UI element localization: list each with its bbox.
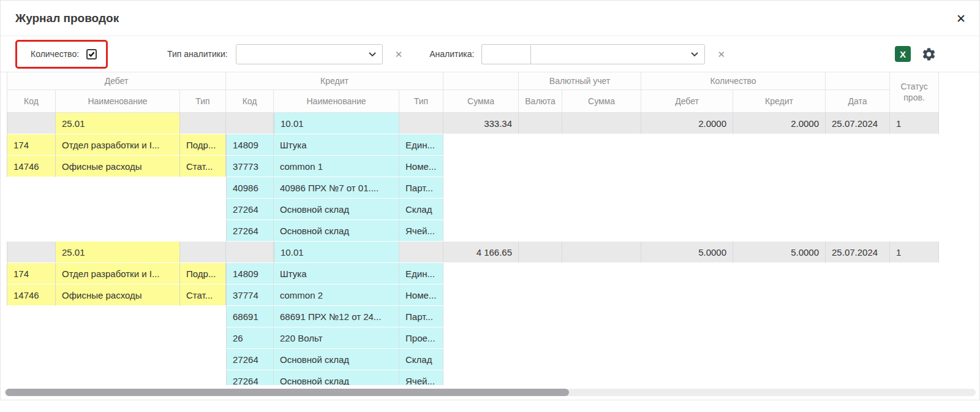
cell-c_type[interactable]: Номе...: [399, 284, 443, 306]
analytics-type-clear-icon[interactable]: ✕: [395, 50, 403, 59]
cell-q_credit[interactable]: [733, 327, 826, 349]
cell-d_name[interactable]: [56, 306, 180, 327]
cell-q_credit[interactable]: [733, 220, 826, 242]
cell-c_code[interactable]: 40986: [226, 177, 274, 199]
cell-currency[interactable]: [519, 242, 562, 263]
cell-d_type[interactable]: [180, 327, 226, 349]
cell-status[interactable]: [890, 220, 939, 242]
cell-status[interactable]: [890, 134, 939, 156]
cell-c_type[interactable]: [399, 113, 443, 134]
cell-currency[interactable]: [519, 177, 562, 199]
cell-c_name[interactable]: 220 Вольт: [274, 327, 399, 349]
cell-q_debit[interactable]: 5.0000: [641, 242, 733, 263]
cell-cur_sum[interactable]: [562, 134, 641, 156]
cell-c_code[interactable]: 27264: [226, 220, 274, 242]
cell-q_debit[interactable]: [641, 327, 733, 349]
cell-date[interactable]: [826, 349, 890, 370]
cell-q_credit[interactable]: [733, 156, 826, 177]
cell-c_name[interactable]: 40986 ПРХ №7 от 01....: [274, 177, 399, 199]
cell-cur_sum[interactable]: [562, 349, 641, 370]
cell-d_type[interactable]: [180, 306, 226, 327]
cell-sum[interactable]: [443, 199, 519, 220]
cell-cur_sum[interactable]: [562, 220, 641, 242]
cell-d_code[interactable]: 14746: [7, 156, 56, 177]
cell-sum[interactable]: [443, 134, 519, 156]
cell-sum[interactable]: [443, 349, 519, 370]
cell-date[interactable]: 25.07.2024: [826, 242, 890, 263]
cell-status[interactable]: [890, 177, 939, 199]
cell-currency[interactable]: [519, 220, 562, 242]
cell-sum[interactable]: [443, 220, 519, 242]
cell-q_debit[interactable]: [641, 263, 733, 284]
cell-date[interactable]: [826, 220, 890, 242]
cell-c_type[interactable]: Ячей...: [399, 370, 443, 385]
cell-cur_sum[interactable]: [562, 284, 641, 306]
cell-c_code[interactable]: [226, 242, 274, 263]
analytics-clear-icon[interactable]: ✕: [717, 50, 725, 59]
cell-sum[interactable]: [443, 156, 519, 177]
cell-d_name[interactable]: 25.01: [56, 242, 180, 263]
cell-currency[interactable]: [519, 113, 562, 134]
cell-c_type[interactable]: Парт...: [399, 306, 443, 327]
cell-q_debit[interactable]: [641, 284, 733, 306]
cell-date[interactable]: [826, 156, 890, 177]
cell-d_type[interactable]: [180, 199, 226, 220]
cell-d_name[interactable]: Офисные расходы: [56, 156, 180, 177]
cell-d_type[interactable]: Стат...: [180, 156, 226, 177]
cell-d_code[interactable]: [7, 242, 56, 263]
quantity-checkbox[interactable]: [86, 49, 97, 59]
cell-d_name[interactable]: 25.01: [56, 113, 180, 134]
cell-status[interactable]: [890, 370, 939, 385]
cell-date[interactable]: 25.07.2024: [826, 113, 890, 134]
cell-date[interactable]: [826, 199, 890, 220]
cell-currency[interactable]: [519, 306, 562, 327]
cell-d_code[interactable]: [7, 220, 56, 242]
cell-c_type[interactable]: Склад: [399, 199, 443, 220]
cell-c_code[interactable]: 27264: [226, 349, 274, 370]
cell-status[interactable]: [890, 263, 939, 284]
cell-currency[interactable]: [519, 199, 562, 220]
cell-c_type[interactable]: Един...: [399, 134, 443, 156]
cell-currency[interactable]: [519, 327, 562, 349]
cell-status[interactable]: 1: [890, 242, 939, 263]
cell-sum[interactable]: [443, 263, 519, 284]
cell-d_name[interactable]: [56, 349, 180, 370]
cell-d_code[interactable]: [7, 113, 56, 134]
cell-q_credit[interactable]: [733, 134, 826, 156]
cell-d_code[interactable]: [7, 199, 56, 220]
cell-d_type[interactable]: [180, 242, 226, 263]
horizontal-scrollbar[interactable]: [4, 389, 976, 396]
cell-status[interactable]: [890, 349, 939, 370]
cell-cur_sum[interactable]: [562, 177, 641, 199]
cell-d_type[interactable]: Стат...: [180, 284, 226, 306]
cell-status[interactable]: [890, 199, 939, 220]
cell-q_debit[interactable]: [641, 306, 733, 327]
cell-date[interactable]: [826, 284, 890, 306]
cell-d_code[interactable]: [7, 306, 56, 327]
cell-sum[interactable]: [443, 327, 519, 349]
cell-q_debit[interactable]: [641, 349, 733, 370]
cell-sum[interactable]: [443, 306, 519, 327]
cell-date[interactable]: [826, 177, 890, 199]
cell-c_type[interactable]: Склад: [399, 349, 443, 370]
cell-currency[interactable]: [519, 134, 562, 156]
cell-c_name[interactable]: Штука: [274, 134, 399, 156]
cell-date[interactable]: [826, 327, 890, 349]
cell-d_name[interactable]: [56, 199, 180, 220]
cell-cur_sum[interactable]: [562, 327, 641, 349]
cell-d_code[interactable]: [7, 177, 56, 199]
cell-q_credit[interactable]: [733, 263, 826, 284]
cell-q_debit[interactable]: [641, 134, 733, 156]
cell-d_code[interactable]: 14746: [7, 284, 56, 306]
cell-status[interactable]: 1: [890, 113, 939, 134]
cell-q_debit[interactable]: [641, 370, 733, 385]
cell-d_type[interactable]: [180, 349, 226, 370]
cell-c_name[interactable]: common 1: [274, 156, 399, 177]
cell-q_debit[interactable]: [641, 220, 733, 242]
cell-q_credit[interactable]: [733, 370, 826, 385]
cell-date[interactable]: [826, 306, 890, 327]
cell-currency[interactable]: [519, 156, 562, 177]
cell-status[interactable]: [890, 327, 939, 349]
cell-sum[interactable]: [443, 370, 519, 385]
cell-d_name[interactable]: Офисные расходы: [56, 284, 180, 306]
